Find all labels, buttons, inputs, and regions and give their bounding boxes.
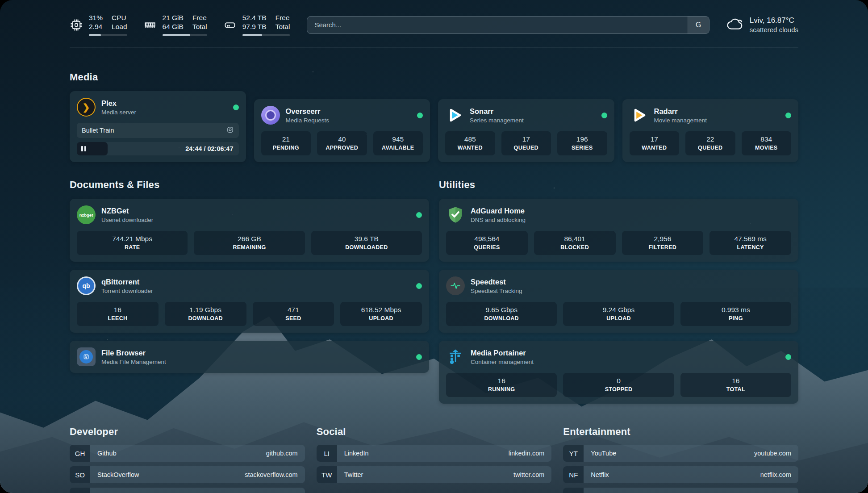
bookmark-stackoverflow[interactable]: SO StackOverflow stackoverflow.com <box>70 466 305 483</box>
stat-tile: 22 QUEUED <box>685 131 735 155</box>
bookmark-twitter[interactable]: TW Twitter twitter.com <box>317 466 552 483</box>
app-window: 31% 2.94 CPU Load <box>0 0 868 493</box>
card-subtitle: Media Requests <box>286 117 412 124</box>
memory-progress-track <box>163 34 207 36</box>
stat-tile: 2,956 FILTERED <box>622 231 704 255</box>
card-nzbget[interactable]: nzbget NZBGet Usenet downloader 744.21 M… <box>70 199 429 262</box>
plex-progress-fill <box>77 142 108 155</box>
plex-now-playing-row: Bullet Train <box>77 123 239 138</box>
status-dot <box>416 354 422 360</box>
stat-tile: 744.21 Mbps RATE <box>77 231 188 255</box>
stars-decoration <box>0 0 1 1</box>
overseerr-icon <box>261 106 280 125</box>
bookmark-github[interactable]: GH Github github.com <box>70 445 305 462</box>
card-plex[interactable]: ❯ Plex Media server Bullet Train <box>70 91 246 162</box>
card-subtitle: Speedtest Tracking <box>471 288 791 294</box>
plex-stream-title: Bullet Train <box>82 127 114 134</box>
card-subtitle: Container management <box>471 359 780 365</box>
stat-tile: 16 TOTAL <box>680 373 791 397</box>
cpu-load-value: 2.94 <box>89 22 103 31</box>
adguard-shield-icon <box>446 205 465 224</box>
weather-widget: Lviv, 16.87°C scattered clouds <box>726 16 798 33</box>
stat-tile: 498,564 QUERIES <box>446 231 528 255</box>
card-subtitle: Torrent downloader <box>101 288 410 294</box>
pause-button[interactable] <box>81 146 86 151</box>
memory-progress-fill <box>163 34 190 36</box>
cpu-progress-fill <box>89 34 101 36</box>
stat-tile: 945 AVAILABLE <box>373 131 423 155</box>
section-title-entertainment: Entertainment <box>563 426 798 438</box>
status-dot <box>416 212 422 218</box>
section-title-media: Media <box>70 71 798 83</box>
card-overseerr[interactable]: Overseerr Media Requests 21 PENDING 40 A… <box>254 99 430 162</box>
stat-tile: 618.52 Mbps UPLOAD <box>340 302 422 326</box>
cloud-icon <box>726 17 744 33</box>
nzbget-icon: nzbget <box>77 205 96 224</box>
filebrowser-icon <box>77 347 96 366</box>
bookmark-dev[interactable]: DT DEV dev.to <box>70 488 305 493</box>
status-dot <box>233 104 239 110</box>
stat-tile: 39.6 TB DOWNLOADED <box>311 231 422 255</box>
disk-progress-track <box>242 34 290 36</box>
card-subtitle: Media server <box>101 109 227 116</box>
stat-tile: 47.569 ms LATENCY <box>709 231 791 255</box>
system-stats: 31% 2.94 CPU Load <box>70 13 290 36</box>
stat-tile: 485 WANTED <box>445 131 495 155</box>
disk-free-label: Free <box>275 13 290 22</box>
card-adguard[interactable]: AdGuard Home DNS and adblocking 498,564 … <box>439 199 798 262</box>
card-radarr[interactable]: Radarr Movie management 17 WANTED 22 QUE… <box>622 99 799 162</box>
card-subtitle: Movie management <box>654 117 780 124</box>
cpu-label: CPU <box>112 13 127 22</box>
card-subtitle: Series management <box>470 117 596 124</box>
search-input[interactable] <box>307 17 687 33</box>
card-speedtest[interactable]: Speedtest Speedtest Tracking 9.65 Gbps D… <box>439 270 798 333</box>
card-filebrowser[interactable]: File Browser Media File Management <box>70 341 429 373</box>
memory-total-value: 64 GiB <box>163 22 184 31</box>
stat-tile: 16 LEECH <box>77 302 159 326</box>
bookmark-netflix[interactable]: NF Netflix netflix.com <box>563 466 798 483</box>
stat-tile: 9.65 Gbps DOWNLOAD <box>446 302 557 326</box>
section-utilities: Utilities AdGuard Home DNS and <box>439 179 798 404</box>
section-title-utilities: Utilities <box>439 179 798 191</box>
stat-tile: 86,401 BLOCKED <box>534 231 616 255</box>
header: 31% 2.94 CPU Load <box>70 13 798 36</box>
radarr-play-icon <box>630 106 648 125</box>
plex-stream-time: 24:44 / 02:06:47 <box>185 142 233 155</box>
status-dot <box>416 283 422 289</box>
stat-tile: 21 PENDING <box>261 131 311 155</box>
cpu-progress-track <box>89 34 127 36</box>
bookmark-youtube[interactable]: YT YouTube youtube.com <box>563 445 798 462</box>
card-title: Overseerr <box>286 107 412 116</box>
search-bar: G <box>307 16 709 34</box>
stat-tile: 16 RUNNING <box>446 373 557 397</box>
card-portainer[interactable]: Media Portainer Container management 16 … <box>439 341 798 404</box>
memory-free-value: 21 GiB <box>163 13 184 22</box>
status-dot <box>417 113 423 118</box>
bookmark-group-entertainment: Entertainment YT YouTube youtube.com NF … <box>563 426 798 493</box>
bookmark-linkedin[interactable]: LI LinkedIn linkedin.com <box>317 445 552 462</box>
card-subtitle: DNS and adblocking <box>471 217 791 223</box>
card-subtitle: Usenet downloader <box>101 217 410 223</box>
status-dot <box>785 354 791 360</box>
bookmark-group-developer: Developer GH Github github.com SO StackO… <box>70 426 305 493</box>
memory-free-label: Free <box>192 13 207 22</box>
cpu-value: 31% <box>89 13 103 22</box>
section-media: Media ❯ Plex Media server Bullet Train <box>70 71 798 162</box>
card-title: Sonarr <box>470 107 596 116</box>
card-sonarr[interactable]: Sonarr Series management 485 WANTED 17 Q… <box>438 99 614 162</box>
stat-tile: 266 GB REMAINING <box>194 231 305 255</box>
card-qbittorrent[interactable]: qb qBittorrent Torrent downloader 16 LEE… <box>70 270 429 333</box>
disk-stat: 52.4 TB 97.9 TB Free Total <box>223 13 290 36</box>
bookmark-reddit[interactable]: RE Reddit reddit.com <box>563 488 798 493</box>
weather-location-temp: Lviv, 16.87°C <box>750 16 798 25</box>
stat-tile: 1.19 Gbps DOWNLOAD <box>165 302 246 326</box>
section-title-documents: Documents & Files <box>70 179 429 191</box>
stat-tile: 17 WANTED <box>630 131 680 155</box>
section-title-developer: Developer <box>70 426 305 438</box>
status-dot <box>785 113 791 118</box>
stat-tile: 17 QUEUED <box>501 131 551 155</box>
stat-tile: 40 APPROVED <box>317 131 367 155</box>
search-engine-button[interactable]: G <box>688 17 709 33</box>
disk-icon <box>223 18 237 32</box>
card-title: AdGuard Home <box>471 207 791 215</box>
